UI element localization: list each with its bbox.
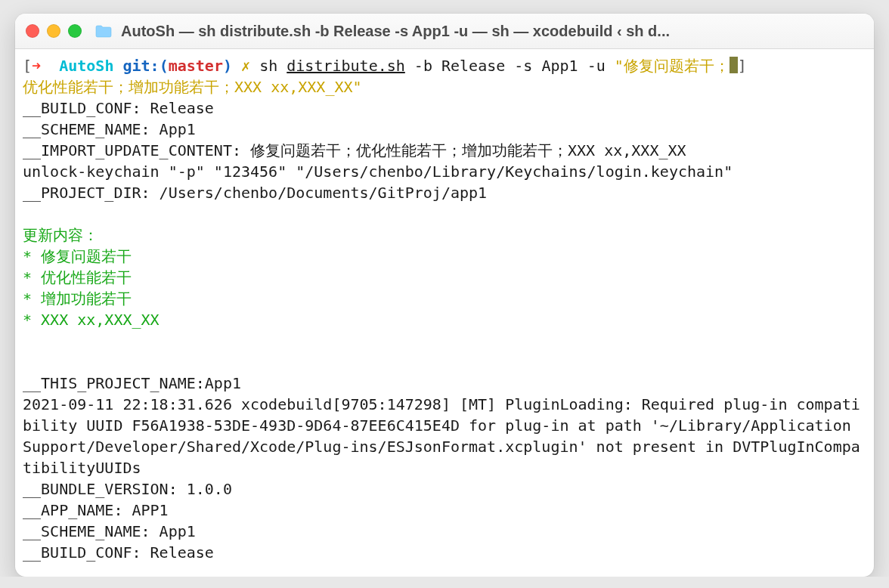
- cmd-string-2: 优化性能若干；增加功能若干；XXX xx,XXX_XX": [23, 78, 362, 96]
- terminal-body[interactable]: [➜ AutoSh git:(master) ✗ sh distribute.s…: [15, 49, 874, 577]
- out-build-conf2: __BUILD_CONF: Release: [23, 543, 214, 562]
- minimize-icon[interactable]: [47, 24, 60, 38]
- update-item: * XXX xx,XXX_XX: [23, 311, 160, 329]
- update-item: * 优化性能若干: [23, 268, 132, 286]
- out-scheme: __SCHEME_NAME: App1: [23, 120, 196, 138]
- out-projname: __THIS_PROJECT_NAME:App1: [23, 374, 241, 392]
- out-scheme2: __SCHEME_NAME: App1: [23, 522, 196, 540]
- update-header: 更新内容：: [23, 226, 98, 244]
- prompt-dir: AutoSh: [59, 57, 113, 75]
- cmd-file: distribute.sh: [287, 57, 405, 75]
- cursor-icon: [729, 57, 738, 73]
- folder-icon: [95, 24, 112, 38]
- titlebar: AutoSh — sh distribute.sh -b Release -s …: [15, 14, 874, 49]
- terminal-window: AutoSh — sh distribute.sh -b Release -s …: [15, 14, 874, 577]
- window-title: AutoSh — sh distribute.sh -b Release -s …: [121, 23, 863, 40]
- git-dirty-icon: ✗: [241, 57, 250, 75]
- out-appname: __APP_NAME: APP1: [23, 501, 169, 519]
- cmd-sh: sh: [259, 57, 287, 75]
- update-item: * 修复问题若干: [23, 247, 132, 265]
- prompt-bracket-open: [: [23, 57, 32, 75]
- out-projdir: __PROJECT_DIR: /Users/chenbo/Documents/G…: [23, 184, 487, 202]
- out-xcodebuild: 2021-09-11 22:18:31.626 xcodebuild[9705:…: [23, 395, 860, 477]
- out-build-conf: __BUILD_CONF: Release: [23, 99, 214, 117]
- prompt-arrow-icon: ➜: [32, 57, 41, 75]
- git-label: git:(: [122, 57, 168, 75]
- git-close: ): [223, 57, 232, 75]
- git-branch: master: [169, 57, 223, 75]
- cmd-args: -b Release -s App1 -u: [405, 57, 615, 75]
- maximize-icon[interactable]: [68, 24, 82, 38]
- cmd-quote: ": [615, 57, 624, 75]
- out-import: __IMPORT_UPDATE_CONTENT: 修复问题若干；优化性能若干；增…: [23, 141, 686, 159]
- prompt-bracket-close: ]: [738, 57, 747, 75]
- traffic-lights: [26, 24, 82, 38]
- out-bundle: __BUNDLE_VERSION: 1.0.0: [23, 480, 232, 498]
- out-unlock: unlock-keychain "-p" "123456" "/Users/ch…: [23, 162, 733, 181]
- cmd-string-1: 修复问题若干；: [624, 57, 729, 75]
- update-item: * 增加功能若干: [23, 289, 132, 308]
- close-icon[interactable]: [26, 24, 39, 38]
